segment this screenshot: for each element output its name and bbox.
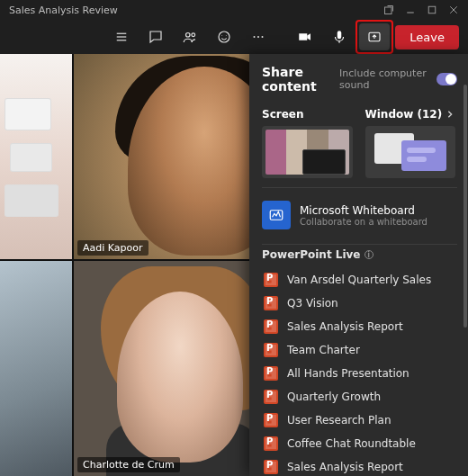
include-sound-toggle[interactable] [436,73,457,85]
window-title: Sales Analysis Review [9,4,118,16]
powerpoint-live-heading: PowerPoint Live [262,248,361,261]
powerpoint-file[interactable]: Sales Analysis Report [262,315,464,338]
svg-point-15 [262,36,264,38]
powerpoint-icon [264,436,278,451]
file-name: User Research Plan [287,414,392,427]
share-panel: Share content Include computer sound Scr… [249,54,468,476]
powerpoint-file[interactable]: Van Arsdel Quarterly Sales [262,268,464,292]
file-name: Coffee Chat Roundtable [287,437,416,450]
share-panel-title: Share content [262,65,339,94]
powerpoint-file[interactable]: Coffee Chat Roundtable [262,432,464,455]
powerpoint-icon [264,390,278,404]
titlebar: Sales Analysis Review [0,0,468,20]
svg-point-8 [186,33,191,38]
powerpoint-icon [264,413,278,427]
leave-button[interactable]: Leave [395,25,459,49]
window-section-label[interactable]: Window (12) [365,108,456,121]
svg-rect-0 [385,7,392,14]
video-tile-left-top[interactable] [0,54,72,259]
reactions-icon[interactable] [210,23,238,50]
powerpoint-icon [264,366,278,381]
svg-point-9 [192,33,195,37]
video-tile-left-bottom[interactable] [0,261,72,476]
powerpoint-file[interactable]: Q3 Vision [262,292,464,315]
share-button[interactable] [359,23,390,50]
powerpoint-file[interactable]: User Research Plan [262,409,464,432]
info-icon[interactable]: i [364,250,374,259]
chat-icon[interactable] [141,23,170,50]
svg-point-12 [226,35,227,36]
popout-icon[interactable] [378,0,400,20]
powerpoint-icon [264,343,278,357]
whiteboard-subtitle: Collaborate on a whiteboard [300,217,428,227]
file-name: Quarterly Growth [287,391,381,403]
powerpoint-icon [264,460,278,474]
participant-name-tag: Aadi Kapoor [77,240,148,256]
tutorial-highlight [356,20,393,54]
leave-label: Leave [410,31,445,44]
share-window-thumbnail[interactable] [365,126,456,178]
file-name: Sales Analysis Report [287,461,403,473]
svg-point-14 [257,36,259,38]
share-screen-thumbnail[interactable] [262,126,353,178]
svg-rect-2 [428,6,436,13]
maximize-icon[interactable] [421,0,443,20]
whiteboard-title: Microsoft Whiteboard [300,204,428,217]
file-name: Q3 Vision [287,297,338,310]
powerpoint-file[interactable]: Sales Analysis Report [262,455,464,476]
minimize-icon[interactable] [400,0,421,20]
svg-point-13 [254,36,256,38]
file-name: Team Charter [287,344,360,356]
powerpoint-file[interactable]: Team Charter [262,338,464,362]
close-icon[interactable] [443,0,464,20]
chevron-right-icon [446,110,454,119]
file-name: Van Arsdel Quarterly Sales [287,274,431,286]
meeting-content: Aadi Kapoor Charlotte de Crum Share cont… [0,54,468,476]
powerpoint-icon [264,273,278,287]
more-icon[interactable] [244,23,273,50]
file-name: All Hands Presentation [287,367,410,380]
participant-name-tag: Charlotte de Crum [77,457,180,472]
camera-icon[interactable] [291,23,320,50]
whiteboard-option[interactable]: Microsoft Whiteboard Collaborate on a wh… [262,201,464,229]
powerpoint-file[interactable]: Quarterly Growth [262,385,464,409]
chat-list-icon[interactable] [107,23,136,50]
powerpoint-icon [264,319,278,334]
people-icon[interactable] [176,23,204,50]
include-sound-label: Include computer sound [339,67,431,91]
svg-point-11 [222,35,223,36]
panel-scrollbar[interactable] [464,85,467,328]
whiteboard-icon [262,201,291,229]
powerpoint-icon [264,296,278,310]
mic-icon[interactable] [325,23,354,50]
powerpoint-file[interactable]: All Hands Presentation [262,362,464,385]
meeting-toolbar: Leave [0,20,468,54]
svg-rect-16 [338,31,342,39]
window-section-text: Window (12) [365,108,443,121]
file-name: Sales Analysis Report [287,320,403,333]
screen-section-label: Screen [262,108,353,121]
svg-point-10 [219,31,230,42]
powerpoint-file-list: Van Arsdel Quarterly Sales Q3 Vision Sal… [262,268,464,476]
